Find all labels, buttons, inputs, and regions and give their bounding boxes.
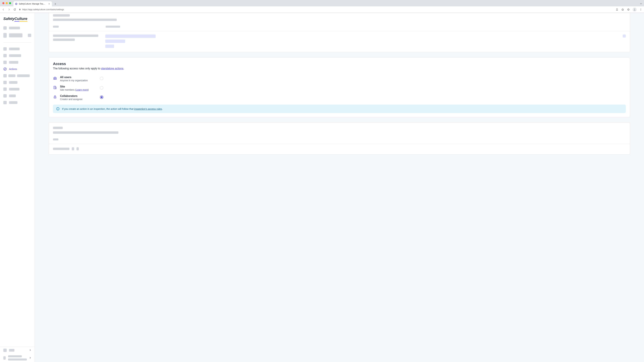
info-text: If you create an action in an inspection… bbox=[62, 107, 163, 110]
skeleton-text bbox=[106, 26, 120, 28]
option-title: All users bbox=[60, 76, 94, 79]
kebab-menu-icon[interactable] bbox=[639, 8, 642, 11]
nav-item-skeleton bbox=[0, 347, 34, 354]
skeleton-text bbox=[8, 359, 27, 361]
chevron-right-icon bbox=[29, 349, 31, 352]
tab-close-icon[interactable]: × bbox=[48, 3, 50, 5]
skeleton-text bbox=[53, 18, 117, 21]
radio-collaborators[interactable] bbox=[100, 95, 103, 99]
skeleton-text bbox=[623, 34, 626, 37]
skeleton-text bbox=[9, 48, 20, 50]
info-prefix: If you create an action in an inspection… bbox=[62, 107, 134, 110]
profile-avatar[interactable] bbox=[632, 7, 636, 11]
access-option-site[interactable]: Site Site members (Learn more) bbox=[53, 83, 626, 93]
radio-all-users[interactable] bbox=[100, 77, 103, 80]
svg-rect-7 bbox=[54, 86, 56, 89]
browser-tab-active[interactable]: SafetyCulture: Manage Teams and ... × bbox=[14, 1, 52, 6]
skeleton-card-bottom bbox=[49, 122, 630, 155]
star-icon[interactable] bbox=[621, 8, 624, 11]
address-bar: https://app.safetyculture.com/tasks/sett… bbox=[0, 6, 644, 13]
skeleton-card-top bbox=[49, 13, 630, 52]
skeleton-text bbox=[9, 81, 18, 84]
skeleton-text bbox=[8, 355, 22, 357]
svg-point-4 bbox=[641, 9, 641, 10]
nav-item-skeleton bbox=[0, 92, 34, 99]
subtitle-prefix: Site members ( bbox=[60, 88, 76, 91]
sidebar-bottom bbox=[0, 347, 34, 362]
sidebar-item-actions[interactable]: Actions bbox=[3, 66, 31, 72]
skeleton-text bbox=[53, 14, 70, 16]
option-title: Collaborators bbox=[60, 94, 94, 97]
svg-rect-1 bbox=[19, 9, 20, 10]
share-icon[interactable] bbox=[616, 8, 618, 11]
access-card: Access The following access rules only a… bbox=[49, 57, 630, 117]
skeleton-text bbox=[9, 27, 20, 29]
nav-item-skeleton bbox=[0, 45, 34, 52]
tab-title: SafetyCulture: Manage Teams and ... bbox=[19, 3, 46, 5]
svg-point-9 bbox=[55, 97, 55, 97]
window-minimize-button[interactable] bbox=[6, 2, 8, 4]
skeleton-text bbox=[105, 44, 114, 48]
skeleton-text bbox=[8, 74, 16, 77]
skeleton-text bbox=[9, 94, 16, 97]
svg-point-3 bbox=[641, 8, 641, 9]
option-subtitle: Creator and assignee bbox=[60, 98, 94, 100]
url-box[interactable]: https://app.safetyculture.com/tasks/sett… bbox=[19, 8, 613, 11]
nav-forward-button[interactable] bbox=[8, 8, 11, 11]
nav-item-skeleton bbox=[0, 79, 34, 86]
inspection-access-rules-link[interactable]: inspection's access rules bbox=[134, 107, 162, 110]
nav-item-skeleton bbox=[0, 99, 34, 106]
info-icon bbox=[56, 107, 60, 111]
section-title: Access bbox=[53, 62, 626, 66]
app-root: SafetyCulture bbox=[0, 13, 644, 362]
radio-site[interactable] bbox=[100, 86, 103, 89]
chrome-right-icons bbox=[616, 7, 642, 11]
nav-back-button[interactable] bbox=[2, 8, 5, 11]
svg-point-5 bbox=[641, 10, 641, 10]
chevron-right-icon bbox=[29, 357, 31, 360]
skeleton-text bbox=[9, 88, 20, 90]
tab-overflow-icon[interactable] bbox=[640, 2, 642, 5]
skeleton-text bbox=[9, 33, 22, 37]
window-controls bbox=[0, 0, 14, 6]
organization-icon bbox=[53, 76, 57, 80]
window-close-button[interactable] bbox=[2, 2, 4, 4]
new-tab-button[interactable]: + bbox=[53, 2, 58, 6]
option-subtitle: Site members (Learn more) bbox=[60, 88, 94, 91]
skeleton-icon bbox=[3, 33, 7, 38]
window-maximize-button[interactable] bbox=[9, 2, 11, 4]
extensions-icon[interactable] bbox=[627, 8, 630, 11]
skeleton-icon bbox=[3, 87, 7, 91]
building-icon bbox=[53, 85, 57, 89]
skeleton-text bbox=[72, 147, 74, 150]
tab-favicon-icon bbox=[15, 3, 18, 5]
access-option-collaborators[interactable]: Collaborators Creator and assignee bbox=[53, 93, 626, 102]
skeleton-text bbox=[105, 34, 156, 38]
app-logo[interactable]: SafetyCulture bbox=[0, 13, 34, 25]
subtitle-prefix: The following access rules only apply to bbox=[53, 67, 101, 70]
skeleton-text bbox=[53, 38, 75, 41]
skeleton-icon bbox=[3, 47, 7, 51]
skeleton-text bbox=[53, 148, 70, 150]
browser-chrome: SafetyCulture: Manage Teams and ... × + … bbox=[0, 0, 644, 13]
check-circle-icon bbox=[3, 67, 7, 71]
option-title: Site bbox=[60, 85, 94, 88]
nav-item-skeleton bbox=[0, 52, 34, 59]
main-content: Access The following access rules only a… bbox=[35, 13, 644, 362]
learn-more-link[interactable]: Learn more bbox=[76, 88, 88, 91]
standalone-actions-link[interactable]: standalone actions bbox=[101, 67, 123, 70]
skeleton-text bbox=[9, 54, 21, 57]
option-subtitle: Anyone in my organization bbox=[60, 79, 94, 82]
access-option-all-users[interactable]: All users Anyone in my organization bbox=[53, 74, 626, 83]
skeleton-badge bbox=[28, 34, 31, 37]
nav-item-skeleton bbox=[0, 86, 34, 92]
skeleton-text bbox=[53, 127, 63, 129]
skeleton-icon bbox=[3, 61, 7, 64]
skeleton-text bbox=[53, 26, 59, 28]
sidebar: SafetyCulture bbox=[0, 13, 35, 362]
tab-bar: SafetyCulture: Manage Teams and ... × + bbox=[0, 0, 644, 6]
info-suffix: . bbox=[162, 107, 163, 110]
nav-reload-button[interactable] bbox=[13, 8, 16, 11]
skeleton-icon bbox=[3, 94, 7, 97]
section-subtitle: The following access rules only apply to… bbox=[53, 67, 626, 70]
